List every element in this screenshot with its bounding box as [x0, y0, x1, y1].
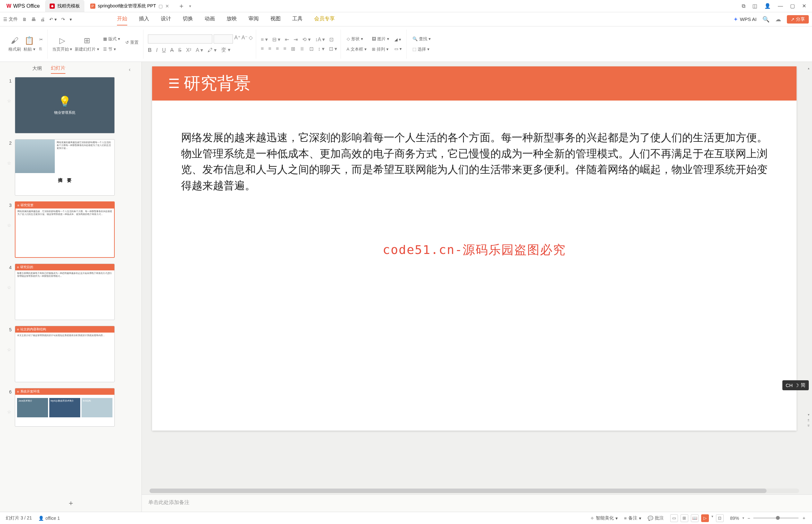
bold-icon[interactable]: B	[148, 47, 152, 53]
menu-tab-vip[interactable]: 会员专享	[314, 13, 335, 26]
star-icon[interactable]: ☆	[7, 275, 11, 290]
panel-tab-slides[interactable]: 幻灯片	[51, 65, 65, 74]
indent-dec-icon[interactable]: ⇤	[285, 36, 289, 43]
copy-icon[interactable]: ⎘	[38, 46, 44, 52]
align-right-icon[interactable]: ≡	[276, 46, 279, 52]
fill-icon[interactable]: ◢ ▾	[393, 36, 403, 43]
smart-beautify-button[interactable]: ✧ 智能美化 ▾	[590, 515, 618, 521]
new-slide-button[interactable]: ⊞ 新建幻灯片 ▾	[75, 36, 99, 52]
tab-templates[interactable]: ◆ 找稻壳模板	[45, 0, 84, 12]
cut-icon[interactable]: ✂	[38, 36, 44, 43]
ime-indicator[interactable]: CH ☽ 简	[782, 380, 809, 390]
shape-button[interactable]: ◇ 形状 ▾	[345, 35, 368, 43]
notes-button[interactable]: ≡ 备注 ▾	[624, 515, 641, 521]
normal-view-icon[interactable]: ▭	[670, 514, 678, 522]
slide-indicator[interactable]: 幻灯片 3 / 21	[6, 515, 32, 521]
next-slide-icon[interactable]: ∓	[807, 424, 810, 427]
minimize-icon[interactable]: —	[778, 3, 783, 9]
paragraph-more-icon[interactable]: ⊡ ▾	[329, 46, 337, 52]
panel-tab-outline[interactable]: 大纲	[32, 65, 42, 73]
zoom-out-icon[interactable]: −	[748, 515, 750, 521]
line-spacing-icon[interactable]: ↕A ▾	[315, 36, 325, 43]
align-left-icon[interactable]: ≡	[261, 46, 264, 52]
slide-thumbnail-3[interactable]: ≡研究背景 网络发展的越来越迅速，它深刻的影响着每一个人生活的各个方面。每一种新…	[15, 201, 115, 258]
zoom-in-icon[interactable]: ＋	[802, 515, 806, 521]
outline-icon[interactable]: ▭ ▾	[393, 46, 403, 52]
slide-thumbnail-1[interactable]: 💡 物业管理系统	[15, 77, 115, 133]
format-painter-button[interactable]: 🖌 格式刷	[9, 36, 21, 52]
italic-icon[interactable]: I	[156, 47, 157, 53]
clear-format-icon[interactable]: ◇	[249, 34, 253, 44]
menu-tab-home[interactable]: 开始	[117, 13, 127, 26]
zoom-handle[interactable]	[776, 516, 780, 520]
author-indicator[interactable]: 👤 office 1	[38, 515, 60, 521]
search-icon[interactable]: 🔍	[762, 16, 769, 23]
menu-tab-transition[interactable]: 切换	[183, 13, 193, 26]
horizontal-scrollbar[interactable]	[150, 489, 799, 493]
save-icon[interactable]: 🗎	[22, 17, 27, 22]
scrollbar-thumb[interactable]	[150, 489, 766, 493]
sorter-view-icon[interactable]: ⊞	[681, 514, 688, 522]
extra-view-icon[interactable]: ⊡	[716, 514, 724, 522]
cube-icon[interactable]: ◫	[752, 3, 757, 9]
select-button[interactable]: ⬚ 选择 ▾	[411, 46, 432, 53]
undo-icon[interactable]: ↶ ▾	[49, 17, 57, 22]
current-slide[interactable]: ☰ 研究背景 网络发展的越来越迅速，它深刻的影响着每一个人生活的各个方面。每一种…	[152, 66, 797, 430]
file-menu[interactable]: ☰ 文件	[3, 16, 18, 22]
zoom-slider[interactable]	[753, 518, 798, 519]
menu-tab-review[interactable]: 审阅	[248, 13, 259, 26]
find-button[interactable]: 🔍 查找 ▾	[411, 35, 432, 43]
slide-canvas[interactable]: ☰ 研究背景 网络发展的越来越迅速，它深刻的影响着每一个人生活的各个方面。每一种…	[142, 62, 812, 494]
star-icon[interactable]: ☆	[7, 88, 11, 103]
line-height-icon[interactable]: ↕ ▾	[318, 46, 325, 52]
align-text-icon[interactable]: ⊡	[329, 36, 333, 43]
print-icon[interactable]: 🖶	[31, 17, 36, 22]
scroll-down-icon[interactable]: ▾	[808, 413, 809, 416]
from-current-slide-button[interactable]: ▷ 当页开始 ▾	[52, 36, 72, 52]
maximize-icon[interactable]: ▢	[790, 3, 795, 9]
slide-body-text[interactable]: 网络发展的越来越迅速，它深刻的影响着每一个人生活的各个方面。每一种新型事务的兴起…	[152, 100, 797, 203]
columns-icon[interactable]: ⫼	[300, 46, 305, 52]
vertical-scrollbar[interactable]: ▴ ▾ ± ∓	[806, 66, 811, 427]
menu-tab-tools[interactable]: 工具	[292, 13, 302, 26]
slideshow-view-icon[interactable]: ▷	[701, 514, 709, 522]
notes-area[interactable]: 单击此处添加备注	[142, 494, 812, 512]
textbox-button[interactable]: A 文本框 ▾	[345, 46, 368, 53]
wps-ai-button[interactable]: ✦ WPS AI	[734, 16, 757, 22]
underline-icon[interactable]: U	[162, 47, 166, 53]
slide-thumbnail-5[interactable]: ≡论文的内容和结构 本文主要介绍了物业管理系统的设计与实现包括系统需求分析系统设…	[15, 326, 115, 382]
image-button[interactable]: 🖼 图片 ▾	[370, 35, 391, 43]
spacing-icon[interactable]: ⊡	[309, 46, 314, 52]
bullets-icon[interactable]: ≡ ▾	[261, 36, 268, 43]
add-slide-button[interactable]: ＋	[0, 494, 142, 512]
strikethrough-icon[interactable]: A̶	[170, 47, 174, 53]
slide-header[interactable]: ☰ 研究背景	[152, 66, 797, 100]
share-button[interactable]: ↗ 分享	[787, 15, 809, 23]
new-tab-button[interactable]: ＋	[174, 2, 189, 10]
menu-tab-view[interactable]: 视图	[270, 13, 281, 26]
reset-button[interactable]: ↺ 重置	[124, 39, 140, 46]
prev-slide-icon[interactable]: ±	[808, 418, 809, 422]
paste-button[interactable]: 📋 粘贴 ▾	[23, 36, 35, 52]
star-icon[interactable]: ☆	[7, 399, 11, 414]
multi-window-icon[interactable]: ⧉	[742, 3, 745, 9]
highlight-icon[interactable]: 🖍 ▾	[208, 47, 217, 53]
shrink-font-icon[interactable]: A⁻	[242, 34, 248, 44]
zoom-dropdown-icon[interactable]: ▾	[742, 516, 744, 520]
redo-icon[interactable]: ↷	[61, 17, 65, 22]
close-window-icon[interactable]: ✕	[802, 3, 806, 9]
align-justify-icon[interactable]: ≡	[283, 46, 286, 52]
star-icon[interactable]: ☆	[7, 151, 11, 166]
present-icon[interactable]: ▢	[159, 3, 163, 9]
print-preview-icon[interactable]: 🖨	[40, 17, 45, 22]
text-direction-icon[interactable]: ⟲ ▾	[302, 36, 310, 43]
font-size-select[interactable]	[214, 34, 233, 44]
arrange-button[interactable]: ⊞ 排列 ▾	[370, 46, 391, 53]
menu-tab-animation[interactable]: 动画	[204, 13, 215, 26]
align-center-icon[interactable]: ≡	[268, 46, 271, 52]
zoom-level[interactable]: 89%	[730, 515, 739, 521]
slide-thumbnail-6[interactable]: ≡系统开发环境 Java技术简介 MySQL数据库技术简介 B/S结构	[15, 388, 115, 427]
reading-view-icon[interactable]: 📖	[691, 514, 699, 522]
cloud-icon[interactable]: ☁	[775, 16, 781, 23]
slide-title[interactable]: 研究背景	[184, 72, 251, 95]
